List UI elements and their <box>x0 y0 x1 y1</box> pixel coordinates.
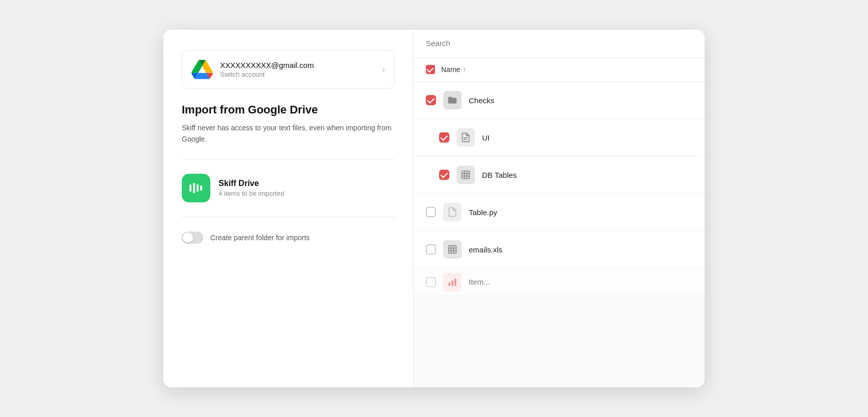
skiff-drive-section: Skiff Drive 4 items to be imported <box>182 174 395 202</box>
svg-rect-1 <box>193 183 195 193</box>
right-panel: Name ↑ Checks <box>414 30 705 387</box>
checkbox-ui[interactable] <box>439 132 449 143</box>
divider-1 <box>182 159 395 159</box>
file-name-db-tables: DB Tables <box>482 171 517 179</box>
svg-rect-6 <box>462 171 470 179</box>
import-description: Skiff never has access to your text file… <box>182 123 395 145</box>
file-item-emails-xls[interactable]: emails.xls <box>414 231 705 268</box>
chart-icon-item <box>443 273 462 291</box>
search-bar <box>414 30 705 58</box>
file-item-table-py[interactable]: Table.py <box>414 194 705 231</box>
account-info: XXXXXXXXXX@gmail.com Switch account <box>220 61 375 78</box>
svg-rect-0 <box>189 184 191 192</box>
account-arrow-icon: › <box>382 65 385 74</box>
svg-rect-16 <box>449 282 450 286</box>
skiff-drive-count: 4 items to be imported <box>219 190 284 197</box>
name-column-header: Name ↑ <box>441 65 466 74</box>
table-icon-emails-xls <box>443 240 462 259</box>
select-all-checkbox[interactable] <box>426 65 435 74</box>
file-item-db-tables[interactable]: DB Tables <box>414 156 705 194</box>
file-name-item-partial: Item... <box>469 277 490 286</box>
import-modal: XXXXXXXXXX@gmail.com Switch account › Im… <box>163 30 705 387</box>
file-name-checks: Checks <box>469 96 494 105</box>
google-drive-icon <box>191 59 213 80</box>
file-item-ui[interactable]: UI <box>414 119 705 156</box>
svg-rect-2 <box>197 184 199 192</box>
toggle-row: Create parent folder for imports <box>182 231 395 244</box>
svg-rect-17 <box>451 280 453 286</box>
svg-rect-11 <box>449 246 456 253</box>
file-item-item-partial[interactable]: Item... <box>414 268 705 296</box>
toggle-label: Create parent folder for imports <box>210 234 310 242</box>
svg-rect-3 <box>200 186 202 191</box>
file-name-table-py: Table.py <box>469 208 497 217</box>
file-name-ui: UI <box>482 133 490 142</box>
checkbox-checks[interactable] <box>426 95 436 105</box>
create-parent-folder-toggle[interactable] <box>182 231 203 244</box>
divider-2 <box>182 217 395 217</box>
file-list-header: Name ↑ <box>414 58 705 82</box>
checkbox-emails-xls[interactable] <box>426 244 436 254</box>
left-panel: XXXXXXXXXX@gmail.com Switch account › Im… <box>163 30 414 387</box>
skiff-drive-app-icon <box>182 174 210 202</box>
account-card[interactable]: XXXXXXXXXX@gmail.com Switch account › <box>182 50 395 89</box>
switch-account-label: Switch account <box>220 71 375 78</box>
doc-icon-ui <box>456 128 475 147</box>
skiff-drive-label: Skiff Drive <box>219 179 284 188</box>
checkbox-item-partial[interactable] <box>426 277 436 287</box>
file-name-emails-xls: emails.xls <box>469 245 502 254</box>
import-title: Import from Google Drive <box>182 103 395 117</box>
file-item-checks[interactable]: Checks <box>414 82 705 119</box>
folder-icon <box>443 91 462 109</box>
checkbox-table-py[interactable] <box>426 207 436 217</box>
skiff-drive-info: Skiff Drive 4 items to be imported <box>219 179 284 197</box>
unknown-icon-table-py <box>443 203 462 221</box>
search-input[interactable] <box>426 39 692 48</box>
svg-rect-18 <box>454 279 456 286</box>
table-icon-db-tables <box>456 166 475 184</box>
account-email: XXXXXXXXXX@gmail.com <box>220 61 375 70</box>
sort-arrow-icon: ↑ <box>463 66 466 73</box>
checkbox-db-tables[interactable] <box>439 170 449 180</box>
